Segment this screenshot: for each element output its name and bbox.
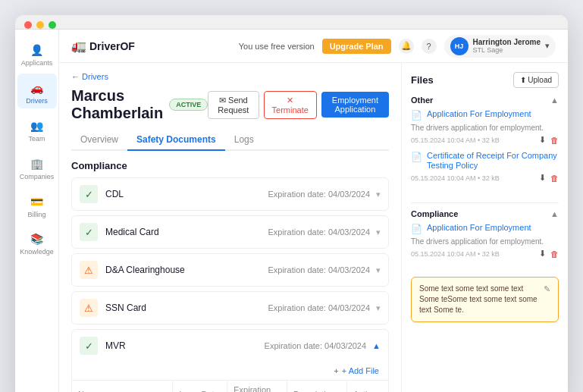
compliance-left-medical: ✓ Medical Card <box>80 223 159 241</box>
file-section-title-compliance: Compliance <box>411 209 458 218</box>
files-section-other: Other ▲ 📄 Application For Employment The… <box>411 96 559 189</box>
terminate-button[interactable]: ✕ Terminate <box>264 91 317 119</box>
main-content: 🚛 DriverOF You use free version Upgrade … <box>59 30 568 392</box>
sidebar-item-drivers[interactable]: 🚗 Drivers <box>17 74 57 108</box>
breadcrumb[interactable]: ← Drivers <box>71 72 389 81</box>
medical-exp: Expiration date: 04/03/2024 <box>268 227 370 237</box>
sidebar-item-team[interactable]: 👥 Team <box>17 111 57 146</box>
tab-overview[interactable]: Overview <box>71 130 127 151</box>
add-file-label: + Add File <box>342 366 379 375</box>
col-name: Name <box>72 381 173 392</box>
logo-icon: 🚛 <box>71 39 86 53</box>
file-name-c0[interactable]: Application For Employment <box>427 223 531 233</box>
help-icon[interactable]: ? <box>422 39 437 54</box>
add-file-button[interactable]: + + Add File <box>72 362 388 381</box>
drivers-icon: 🚗 <box>29 80 45 96</box>
file-name-1[interactable]: Certificate of Receipt For Company Testi… <box>427 151 559 171</box>
user-dropdown-icon: ▾ <box>545 41 550 51</box>
page-title-group: Marcus Chamberlain ACTIVE <box>71 87 208 122</box>
add-file-icon: + <box>334 366 338 375</box>
compliance-left-cdl: ✓ CDL <box>80 185 124 203</box>
file-meta-0: 05.15.2024 10:04 AM • 32 kB <box>411 136 500 144</box>
file-delete-button-c0[interactable]: 🗑 <box>550 249 559 259</box>
user-name: Harrington Jerome <box>473 38 541 46</box>
file-item-header-c0: 📄 Application For Employment <box>411 223 559 234</box>
ssn-chevron-icon: ▾ <box>376 303 381 313</box>
ssn-name: SSN Card <box>105 303 146 313</box>
files-section-compliance: Compliance ▲ 📄 Application For Employmen… <box>411 209 559 265</box>
mvr-chevron-icon: ▲ <box>372 341 381 350</box>
col-issue: Issue Date <box>173 381 227 392</box>
medical-name: Medical Card <box>105 227 159 237</box>
companies-icon: 🏢 <box>29 155 45 172</box>
dna-exp: Expiration date: 04/03/2024 <box>268 265 370 274</box>
tab-logs[interactable]: Logs <box>225 130 263 151</box>
dot-yellow[interactable] <box>36 21 44 29</box>
notification-icon[interactable]: 🔔 <box>399 39 414 54</box>
mvr-status-icon: ✓ <box>80 337 98 355</box>
compliance-section: Compliance ✓ CDL Expiration date: 04/03/… <box>71 160 389 392</box>
compliance-item-ssn[interactable]: ⚠ SSN Card Expiration date: 04/03/2024 ▾ <box>71 291 389 325</box>
mvr-left: ✓ MVR <box>80 337 126 355</box>
file-doc-icon-c0: 📄 <box>411 224 422 234</box>
sidebar-label-team: Team <box>28 136 45 143</box>
compliance-item-medical[interactable]: ✓ Medical Card Expiration date: 04/03/20… <box>71 215 389 249</box>
col-action: Action <box>346 381 388 392</box>
team-icon: 👥 <box>29 118 45 134</box>
compliance-item-mvr: ✓ MVR Expiration date: 04/03/2024 ▲ + <box>71 329 389 392</box>
dot-green[interactable] <box>49 21 56 29</box>
cdl-name: CDL <box>105 189 124 199</box>
file-section-title-other: Other <box>411 96 433 105</box>
tab-safety-documents[interactable]: Safety Documents <box>127 130 225 151</box>
cdl-exp: Expiration date: 04/03/2024 <box>268 190 370 199</box>
download-button-1[interactable]: ⬇ <box>539 173 546 183</box>
file-meta-c0: 05.15.2024 10:04 AM • 32 kB <box>411 250 500 258</box>
upgrade-button[interactable]: Upgrade Plan <box>322 39 391 54</box>
file-delete-button-0[interactable]: 🗑 <box>550 135 559 145</box>
user-badge[interactable]: HJ Harrington Jerome STL Sage ▾ <box>444 35 556 58</box>
file-meta-1: 05.15.2024 10:04 AM • 32 kB <box>411 174 500 182</box>
compliance-item-dna[interactable]: ⚠ D&A Clearinghouse Expiration date: 04/… <box>71 253 389 287</box>
send-request-button[interactable]: ✉ Send Request <box>208 91 259 119</box>
sidebar-label-companies: Companies <box>20 174 55 181</box>
dna-status-icon: ⚠ <box>80 261 98 279</box>
app-container: 👤 Applicants 🚗 Drivers 👥 Team 🏢 Companie… <box>15 30 568 392</box>
browser-chrome <box>15 15 568 30</box>
file-doc-icon-1: 📄 <box>411 152 422 162</box>
upload-button[interactable]: ⬆ Upload <box>513 72 559 88</box>
logo-text: DriverOF <box>89 40 135 52</box>
ssn-exp: Expiration date: 04/03/2024 <box>268 303 370 312</box>
mvr-header[interactable]: ✓ MVR Expiration date: 04/03/2024 ▲ <box>72 330 388 362</box>
file-desc-c0: The drivers application for employment. <box>411 237 559 246</box>
sidebar-label-drivers: Drivers <box>26 98 48 105</box>
cdl-chevron-icon: ▾ <box>376 190 381 199</box>
compliance-left-ssn: ⚠ SSN Card <box>80 299 146 317</box>
sidebar-item-billing[interactable]: 💳 Billing <box>17 187 57 222</box>
download-button-c0[interactable]: ⬇ <box>539 249 546 259</box>
file-item-1: 📄 Certificate of Receipt For Company Tes… <box>411 151 559 183</box>
applicants-icon: 👤 <box>29 42 45 58</box>
compliance-section-title: Compliance <box>71 160 389 171</box>
dna-name: D&A Clearinghouse <box>105 265 185 275</box>
file-delete-button-1[interactable]: 🗑 <box>550 173 559 183</box>
file-name-0[interactable]: Application For Employment <box>427 109 531 119</box>
sidebar-item-knowledge[interactable]: 📚 Knowledge <box>17 224 57 259</box>
sidebar-item-applicants[interactable]: 👤 Applicants <box>17 36 57 71</box>
compliance-item-cdl[interactable]: ✓ CDL Expiration date: 04/03/2024 ▾ <box>71 177 389 211</box>
download-button-0[interactable]: ⬇ <box>539 135 546 145</box>
page-area: ← Drivers Marcus Chamberlain ACTIVE ✉ Se… <box>59 63 568 392</box>
note-edit-icon[interactable]: ✎ <box>544 284 550 295</box>
file-actions-c0: 05.15.2024 10:04 AM • 32 kB ⬇ 🗑 <box>411 249 559 259</box>
employment-application-button[interactable]: Employment Application <box>321 92 389 118</box>
page-title: Marcus Chamberlain <box>71 87 163 122</box>
ssn-status-icon: ⚠ <box>80 299 98 317</box>
other-collapse-icon[interactable]: ▲ <box>550 96 559 105</box>
file-action-icons-0: ⬇ 🗑 <box>539 135 559 145</box>
compliance-left-dna: ⚠ D&A Clearinghouse <box>80 261 185 279</box>
dot-red[interactable] <box>24 21 32 29</box>
file-doc-icon-0: 📄 <box>411 110 422 121</box>
sidebar-item-companies[interactable]: 🏢 Companies <box>17 149 57 184</box>
tabs: Overview Safety Documents Logs <box>71 130 389 151</box>
compliance-collapse-icon[interactable]: ▲ <box>550 209 559 218</box>
sidebar-label-knowledge: Knowledge <box>20 249 54 256</box>
